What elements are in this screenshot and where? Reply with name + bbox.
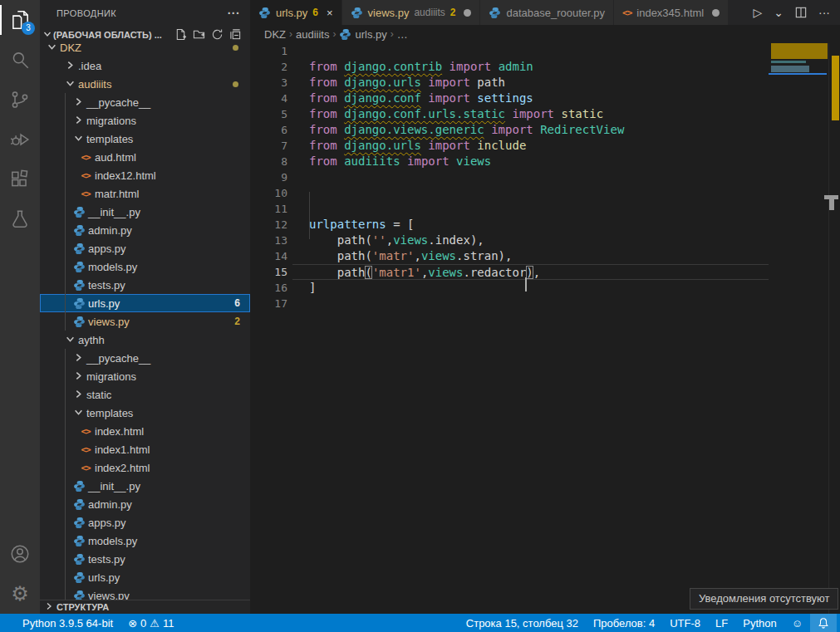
code-line-10[interactable]: 10 (250, 185, 769, 201)
line-number[interactable]: 8 (250, 154, 292, 169)
tree-item-apps-py[interactable]: apps.py (40, 513, 250, 532)
tree-item-tests-py[interactable]: tests.py (40, 276, 250, 294)
tab-urls-py[interactable]: urls.py6× (250, 0, 342, 25)
tree-item-views-py[interactable]: views.py (40, 586, 250, 600)
statusbar-eol[interactable]: LF (708, 614, 735, 632)
run-dropdown-icon[interactable]: ⌄ (774, 6, 784, 19)
breadcrumb-item[interactable]: DKZ (264, 28, 286, 41)
editor-scrollbar[interactable] (828, 43, 840, 614)
tree-item-models-py[interactable]: models.py (40, 532, 250, 550)
tree-item-pycache[interactable]: __pycache__ (40, 349, 250, 367)
line-number[interactable]: 11 (250, 201, 292, 217)
tab-index345-html[interactable]: <>index345.html (614, 0, 729, 25)
line-number[interactable]: 17 (250, 296, 292, 311)
tab-database-roouter-py[interactable]: database_roouter.py (480, 0, 614, 25)
more-actions-icon[interactable]: ··· (818, 6, 830, 19)
new-folder-icon[interactable] (193, 28, 205, 42)
workspace-section-header[interactable]: (РАБОЧАЯ ОБЛАСТЬ) ... (40, 27, 250, 43)
code-line-4[interactable]: 4from django.conf import settings (250, 91, 769, 106)
tree-item-init-py[interactable]: __init__.py (40, 477, 250, 495)
tree-item-models-py[interactable]: models.py (40, 257, 250, 276)
tree-item-aythh[interactable]: aythh (40, 331, 250, 349)
dirty-indicator[interactable] (464, 9, 471, 17)
tree-item-pycache[interactable]: __pycache__ (40, 93, 250, 111)
dirty-indicator[interactable] (712, 9, 720, 17)
line-number[interactable]: 1 (250, 43, 292, 59)
split-editor-icon[interactable] (795, 7, 807, 18)
code-line-13[interactable]: 13 path('',views.index), (250, 233, 769, 248)
tree-item-init-py[interactable]: __init__.py (40, 203, 250, 221)
breadcrumb-item[interactable]: urls.py (339, 28, 386, 41)
line-number[interactable]: 16 (250, 280, 292, 296)
line-number[interactable]: 7 (250, 138, 292, 154)
line-number[interactable]: 5 (250, 106, 292, 122)
code-line-17[interactable]: 17 (250, 296, 769, 311)
statusbar-cursor-position[interactable]: Строка 15, столбец 32 (459, 614, 586, 632)
statusbar-indentation[interactable]: Пробелов: 4 (586, 614, 662, 632)
activity-item-explorer[interactable]: 3 (0, 0, 40, 40)
activity-item-source-control[interactable] (0, 80, 40, 120)
tree-item-admin-py[interactable]: admin.py (40, 495, 250, 513)
activity-item-settings[interactable]: ⚙ (0, 574, 40, 614)
code-line-14[interactable]: 14 path('matr',views.stran), (250, 248, 769, 264)
tab-views-py[interactable]: views.pyaudiiits2 (342, 0, 481, 25)
tree-item-index12-html[interactable]: <>index12.html (40, 166, 250, 184)
tree-item-index-html[interactable]: <>index.html (40, 422, 250, 440)
line-number[interactable]: 9 (250, 169, 292, 185)
line-number[interactable]: 12 (250, 217, 292, 233)
code-line-2[interactable]: 2from django.contrib import admin (250, 59, 769, 75)
line-number[interactable]: 3 (250, 75, 292, 91)
code-line-5[interactable]: 5from django.conf.urls.static import sta… (250, 106, 769, 122)
code-line-12[interactable]: 12urlpatterns = [ (250, 217, 769, 233)
line-number[interactable]: 13 (250, 233, 292, 248)
statusbar-encoding[interactable]: UTF-8 (662, 614, 708, 632)
tree-item-idea[interactable]: .idea (40, 56, 250, 75)
activity-item-run-debug[interactable] (0, 120, 40, 159)
tree-item-admin-py[interactable]: admin.py (40, 221, 250, 239)
tree-item-urls-py[interactable]: urls.py (40, 568, 250, 586)
line-number[interactable]: 4 (250, 91, 292, 106)
refresh-icon[interactable] (211, 28, 224, 42)
code-line-7[interactable]: 7from django.urls import include (250, 138, 769, 154)
tree-item-templates[interactable]: templates (40, 404, 250, 422)
activity-item-account[interactable] (0, 534, 40, 574)
line-number[interactable]: 15 (250, 264, 292, 280)
breadcrumb-item[interactable]: … (397, 28, 408, 41)
tree-item-index1-html[interactable]: <>index1.html (40, 440, 250, 458)
collapse-all-icon[interactable] (229, 28, 242, 42)
activity-item-search[interactable] (0, 40, 40, 80)
line-number[interactable]: 10 (250, 185, 292, 201)
breadcrumb-item[interactable]: audiiits (296, 28, 329, 41)
tree-item-migrations[interactable]: migrations (40, 367, 250, 385)
line-number[interactable]: 14 (250, 248, 292, 264)
activity-item-testing[interactable] (0, 199, 40, 239)
code-line-1[interactable]: 1 (250, 43, 769, 59)
line-number[interactable]: 2 (250, 59, 292, 75)
tree-item-migrations[interactable]: migrations (40, 111, 250, 130)
tree-item-index2-html[interactable]: <>index2.html (40, 458, 250, 477)
tree-item-aud-html[interactable]: <>aud.html (40, 148, 250, 166)
tree-item-apps-py[interactable]: apps.py (40, 239, 250, 257)
statusbar-problems[interactable]: ⊗0⚠11 (120, 614, 181, 632)
statusbar-notifications[interactable] (810, 614, 837, 632)
new-file-icon[interactable] (174, 28, 187, 42)
code-line-3[interactable]: 3from django.urls import path (250, 75, 769, 91)
activity-item-extensions[interactable] (0, 159, 40, 199)
statusbar-language-mode[interactable]: Python (735, 614, 784, 632)
code-line-8[interactable]: 8from audiiits import views (250, 154, 769, 169)
code-line-9[interactable]: 9 (250, 169, 769, 185)
sidebar-more-actions-icon[interactable]: ··· (228, 0, 240, 27)
tree-item-audiiits[interactable]: audiiits (40, 75, 250, 93)
tree-item-static[interactable]: static (40, 385, 250, 404)
close-icon[interactable]: × (327, 7, 333, 19)
code-line-16[interactable]: 16] (250, 280, 769, 296)
code-line-6[interactable]: 6from django.views.generic import Redire… (250, 122, 769, 138)
tree-item-tests-py[interactable]: tests.py (40, 550, 250, 568)
code-line-15[interactable]: 15 path('matr1',views.redactor), (250, 264, 769, 280)
code-line-11[interactable]: 11 (250, 201, 769, 217)
tree-item-urls-py[interactable]: urls.py6 (40, 294, 250, 312)
tree-item-templates[interactable]: templates (40, 130, 250, 148)
code-editor[interactable]: 12from django.contrib import admin3from … (250, 43, 769, 311)
minimap[interactable] (769, 43, 828, 614)
tree-item-matr-html[interactable]: <>matr.html (40, 184, 250, 203)
